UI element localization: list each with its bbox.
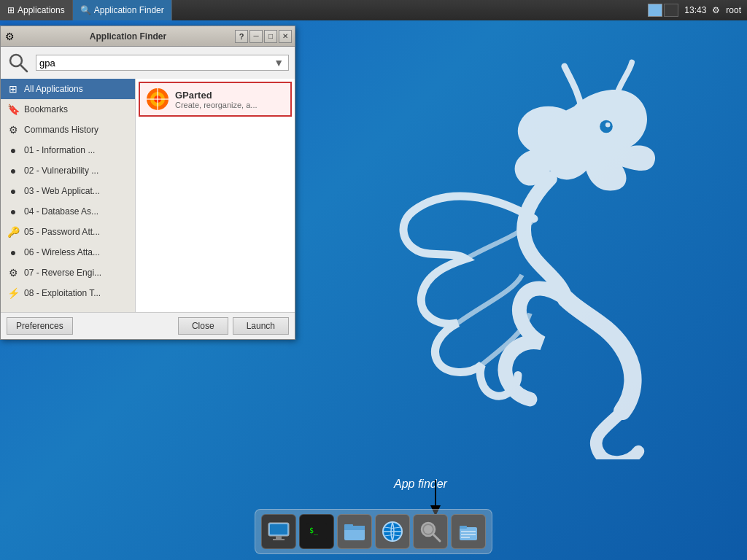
workspace-1[interactable] xyxy=(648,4,662,17)
taskbar-right: 13:43 ⚙ root xyxy=(642,4,747,17)
db-icon: ● xyxy=(7,205,20,218)
window-content: ⊞ All Applications 🔖 Bookmarks ⚙ Command… xyxy=(1,79,295,312)
bookmarks-label: Bookmarks xyxy=(24,104,68,114)
vuln-icon: ● xyxy=(7,164,20,177)
sidebar-item-bookmarks[interactable]: 🔖 Bookmarks xyxy=(1,99,135,120)
svg-rect-30 xyxy=(461,537,470,538)
window-title: Application Finder xyxy=(21,31,235,42)
svg-rect-19 xyxy=(344,524,353,527)
dock-item-search[interactable] xyxy=(413,514,448,549)
terminal-icon: $_ xyxy=(305,520,328,543)
window-footer: Preferences Close Launch xyxy=(1,312,295,339)
commands-icon: ⚙ xyxy=(7,123,20,136)
svg-point-25 xyxy=(424,525,433,534)
app-finder-label: Application Finder xyxy=(94,5,164,15)
window-app-icon: ⚙ xyxy=(5,31,17,42)
sidebar-item-01-info[interactable]: ● 01 - Information ... xyxy=(1,140,135,160)
titlebar-buttons: ? ─ □ ✕ xyxy=(235,30,292,43)
clock: 13:43 xyxy=(684,5,706,15)
search-icon-area xyxy=(7,51,30,74)
svg-text:$_: $_ xyxy=(309,526,319,535)
svg-rect-28 xyxy=(461,531,476,532)
commands-label: Commands History xyxy=(24,125,98,135)
exploit-label: 08 - Exploitation T... xyxy=(24,288,101,298)
sidebar-item-05-pass[interactable]: 🔑 05 - Password Att... xyxy=(1,222,135,242)
info-label: 01 - Information ... xyxy=(24,145,95,155)
close-button[interactable]: ✕ xyxy=(279,30,292,43)
sidebar-item-07-reverse[interactable]: ⚙ 07 - Reverse Engi... xyxy=(1,262,135,283)
svg-rect-14 xyxy=(273,539,285,540)
applications-label: Applications xyxy=(18,5,65,15)
svg-line-24 xyxy=(433,534,440,541)
wireless-label: 06 - Wireless Atta... xyxy=(24,247,100,257)
gparted-icon xyxy=(146,88,169,111)
sidebar-item-04-db[interactable]: ● 04 - Database As... xyxy=(1,201,135,222)
app-finder-window: ⚙ Application Finder ? ─ □ ✕ ▼ xyxy=(0,26,295,340)
svg-rect-13 xyxy=(276,536,282,539)
exploit-icon: ⚡ xyxy=(7,287,20,300)
svg-rect-27 xyxy=(460,526,467,529)
search-clear-button[interactable]: ▼ xyxy=(272,57,285,69)
app-list: GParted Create, reorganize, a... xyxy=(136,79,295,312)
desktop: ⊞ Applications 🔍 Application Finder 13:4… xyxy=(0,0,747,560)
file-manager-icon xyxy=(343,520,366,543)
minimize-button[interactable]: ─ xyxy=(249,30,263,43)
web-label: 03 - Web Applicat... xyxy=(24,186,100,196)
dock-item-files[interactable] xyxy=(337,514,372,549)
svg-rect-15 xyxy=(270,524,287,534)
all-apps-icon: ⊞ xyxy=(7,82,20,96)
sidebar: ⊞ All Applications 🔖 Bookmarks ⚙ Command… xyxy=(1,79,136,312)
sidebar-item-all-applications[interactable]: ⊞ All Applications xyxy=(1,79,135,99)
pass-label: 05 - Password Att... xyxy=(24,227,100,237)
dock-item-browser[interactable] xyxy=(375,514,410,549)
preferences-button[interactable]: Preferences xyxy=(7,317,73,335)
reverse-label: 07 - Reverse Engi... xyxy=(24,268,101,278)
app-item-gparted[interactable]: GParted Create, reorganize, a... xyxy=(139,82,292,117)
footer-right-buttons: Close Launch xyxy=(178,317,289,335)
applications-icon: ⊞ xyxy=(7,5,15,15)
vuln-label: 02 - Vulnerability ... xyxy=(24,166,98,176)
gparted-info: GParted Create, reorganize, a... xyxy=(175,90,285,109)
pass-icon: 🔑 xyxy=(7,225,20,238)
browser-icon xyxy=(381,520,404,543)
taskbar-applications-button[interactable]: ⊞ Applications xyxy=(0,0,72,20)
taskbar-app-finder-button[interactable]: 🔍 Application Finder xyxy=(72,0,172,20)
dock-item-desktop[interactable] xyxy=(261,514,296,549)
sidebar-item-06-wireless[interactable]: ● 06 - Wireless Atta... xyxy=(1,242,135,262)
search-input-wrapper[interactable]: ▼ xyxy=(36,55,289,71)
sidebar-item-commands-history[interactable]: ⚙ Commands History xyxy=(1,120,135,140)
taskbar: ⊞ Applications 🔍 Application Finder 13:4… xyxy=(0,0,747,20)
desktop-icon xyxy=(267,520,290,543)
svg-rect-29 xyxy=(461,534,476,535)
help-button[interactable]: ? xyxy=(235,30,248,43)
reverse-icon: ⚙ xyxy=(7,266,20,279)
dock-item-files2[interactable] xyxy=(451,514,486,549)
bookmarks-icon: 🔖 xyxy=(7,103,20,116)
workspace-2[interactable] xyxy=(664,4,678,17)
search-row: ▼ xyxy=(1,47,295,79)
dock-item-terminal[interactable]: $_ xyxy=(299,514,334,549)
workspace-switcher xyxy=(648,4,678,17)
username: root xyxy=(726,5,741,15)
svg-line-3 xyxy=(20,65,27,71)
sidebar-item-03-web[interactable]: ● 03 - Web Applicat... xyxy=(1,181,135,201)
search-icon xyxy=(8,52,28,73)
search-input[interactable] xyxy=(39,58,272,69)
info-icon: ● xyxy=(7,144,20,157)
close-dialog-button[interactable]: Close xyxy=(178,317,228,335)
sidebar-item-02-vuln[interactable]: ● 02 - Vulnerability ... xyxy=(1,160,135,181)
settings-icon[interactable]: ⚙ xyxy=(712,5,720,15)
maximize-button[interactable]: □ xyxy=(264,30,277,43)
files-icon xyxy=(457,520,480,543)
all-apps-label: All Applications xyxy=(24,84,83,94)
window-titlebar: ⚙ Application Finder ? ─ □ ✕ xyxy=(1,26,295,47)
db-label: 04 - Database As... xyxy=(24,206,98,217)
gparted-name: GParted xyxy=(175,90,285,101)
web-icon: ● xyxy=(7,184,20,198)
wireless-icon: ● xyxy=(7,246,20,259)
kali-dragon xyxy=(346,58,674,459)
sidebar-item-08-exploit[interactable]: ⚡ 08 - Exploitation T... xyxy=(1,283,135,303)
dock: $_ xyxy=(255,509,492,554)
search-dock-icon xyxy=(419,520,442,543)
launch-button[interactable]: Launch xyxy=(233,317,289,335)
